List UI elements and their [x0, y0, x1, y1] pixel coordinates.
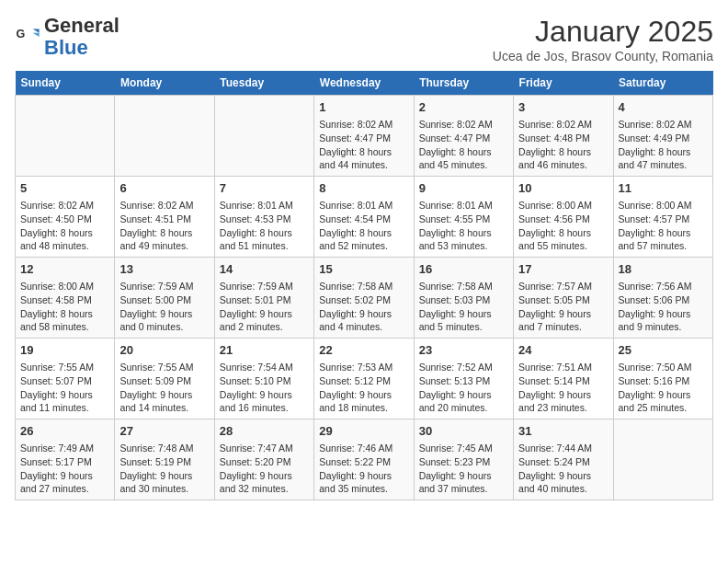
empty-cell: [613, 419, 712, 500]
day-info: Sunset: 5:12 PM: [319, 374, 408, 388]
day-number: 14: [220, 261, 309, 278]
day-info: Sunrise: 8:02 AM: [518, 118, 608, 132]
day-number: 1: [319, 99, 408, 116]
day-info: and 44 minutes.: [319, 158, 408, 172]
day-info: Sunrise: 7:58 AM: [319, 280, 408, 293]
day-info: Sunset: 4:55 PM: [419, 213, 508, 226]
day-number: 9: [419, 180, 508, 197]
day-cell-18: 18Sunrise: 7:56 AMSunset: 5:06 PMDayligh…: [613, 258, 712, 339]
day-number: 3: [518, 99, 608, 116]
day-number: 13: [119, 261, 209, 278]
day-cell-17: 17Sunrise: 7:57 AMSunset: 5:05 PMDayligh…: [514, 258, 613, 339]
day-info: Sunset: 5:17 PM: [20, 455, 109, 469]
day-info: Sunset: 4:48 PM: [518, 132, 608, 145]
day-number: 7: [220, 180, 309, 197]
day-cell-15: 15Sunrise: 7:58 AMSunset: 5:02 PMDayligh…: [314, 258, 414, 339]
day-info: and 23 minutes.: [518, 401, 608, 415]
day-info: Daylight: 9 hours: [119, 307, 209, 321]
day-cell-4: 4Sunrise: 8:02 AMSunset: 4:49 PMDaylight…: [613, 96, 712, 177]
empty-cell: [16, 96, 115, 177]
day-info: and 51 minutes.: [220, 239, 309, 253]
day-number: 4: [619, 99, 708, 116]
day-info: and 49 minutes.: [119, 239, 209, 253]
day-info: Daylight: 9 hours: [319, 469, 408, 483]
day-info: Daylight: 9 hours: [518, 469, 608, 483]
day-info: and 48 minutes.: [20, 239, 109, 253]
day-cell-22: 22Sunrise: 7:53 AMSunset: 5:12 PMDayligh…: [314, 339, 414, 419]
day-info: and 32 minutes.: [220, 482, 309, 496]
week-row-2: 5Sunrise: 8:02 AMSunset: 4:50 PMDaylight…: [16, 177, 713, 258]
day-number: 22: [319, 342, 408, 359]
day-info: Sunrise: 8:01 AM: [419, 199, 508, 213]
day-cell-24: 24Sunrise: 7:51 AMSunset: 5:14 PMDayligh…: [514, 339, 613, 419]
day-info: Daylight: 9 hours: [619, 307, 708, 321]
day-info: Daylight: 9 hours: [319, 307, 408, 321]
day-info: Sunset: 5:10 PM: [220, 374, 309, 388]
day-info: Daylight: 8 hours: [119, 226, 209, 240]
day-info: Sunrise: 7:49 AM: [20, 442, 109, 455]
day-info: Sunrise: 7:53 AM: [319, 361, 408, 374]
svg-marker-1: [33, 29, 40, 33]
day-info: Sunset: 4:53 PM: [220, 213, 309, 226]
svg-text:G: G: [16, 29, 25, 41]
month-title: January 2025: [493, 15, 713, 49]
day-info: and 40 minutes.: [518, 482, 608, 496]
day-info: and 20 minutes.: [419, 401, 508, 415]
day-info: and 58 minutes.: [20, 320, 109, 334]
day-info: and 2 minutes.: [220, 320, 309, 334]
day-info: and 45 minutes.: [419, 158, 508, 172]
day-info: Sunset: 5:03 PM: [419, 293, 508, 307]
svg-marker-2: [33, 33, 40, 37]
day-info: and 11 minutes.: [20, 401, 109, 415]
day-info: Daylight: 9 hours: [518, 388, 608, 402]
header-day-wednesday: Wednesday: [314, 71, 414, 96]
day-number: 16: [419, 261, 508, 278]
day-info: Sunset: 5:06 PM: [619, 293, 708, 307]
day-info: Daylight: 8 hours: [518, 226, 608, 240]
header-day-tuesday: Tuesday: [214, 71, 313, 96]
day-cell-11: 11Sunrise: 8:00 AMSunset: 4:57 PMDayligh…: [613, 177, 712, 258]
day-info: Sunrise: 7:56 AM: [619, 280, 708, 293]
day-cell-23: 23Sunrise: 7:52 AMSunset: 5:13 PMDayligh…: [414, 339, 513, 419]
day-number: 24: [518, 342, 608, 359]
day-cell-7: 7Sunrise: 8:01 AMSunset: 4:53 PMDaylight…: [214, 177, 313, 258]
day-number: 15: [319, 261, 408, 278]
day-info: and 7 minutes.: [518, 320, 608, 334]
day-info: Daylight: 9 hours: [220, 388, 309, 402]
title-block: January 2025 Ucea de Jos, Brasov County,…: [493, 15, 713, 63]
day-cell-26: 26Sunrise: 7:49 AMSunset: 5:17 PMDayligh…: [16, 419, 115, 500]
calendar-body: 1Sunrise: 8:02 AMSunset: 4:47 PMDaylight…: [16, 96, 713, 500]
day-info: and 55 minutes.: [518, 239, 608, 253]
day-cell-16: 16Sunrise: 7:58 AMSunset: 5:03 PMDayligh…: [414, 258, 513, 339]
day-info: and 53 minutes.: [419, 239, 508, 253]
day-info: Sunrise: 7:55 AM: [119, 361, 209, 374]
day-info: Daylight: 8 hours: [319, 145, 408, 159]
day-info: Sunrise: 7:48 AM: [119, 442, 209, 455]
day-info: Sunrise: 7:55 AM: [20, 361, 109, 374]
day-cell-31: 31Sunrise: 7:44 AMSunset: 5:24 PMDayligh…: [514, 419, 613, 500]
day-cell-10: 10Sunrise: 8:00 AMSunset: 4:56 PMDayligh…: [514, 177, 613, 258]
day-info: Sunset: 5:00 PM: [119, 293, 209, 307]
header-day-sunday: Sunday: [16, 71, 115, 96]
week-row-3: 12Sunrise: 8:00 AMSunset: 4:58 PMDayligh…: [16, 258, 713, 339]
week-row-1: 1Sunrise: 8:02 AMSunset: 4:47 PMDaylight…: [16, 96, 713, 177]
day-info: and 52 minutes.: [319, 239, 408, 253]
day-number: 27: [119, 423, 209, 440]
day-info: Sunrise: 7:59 AM: [220, 280, 309, 293]
header-day-monday: Monday: [115, 71, 214, 96]
day-info: Daylight: 8 hours: [20, 226, 109, 240]
day-info: Sunset: 4:49 PM: [619, 132, 708, 145]
day-cell-1: 1Sunrise: 8:02 AMSunset: 4:47 PMDaylight…: [314, 96, 414, 177]
day-info: and 5 minutes.: [419, 320, 508, 334]
day-info: Sunrise: 8:00 AM: [518, 199, 608, 213]
day-info: Sunset: 5:16 PM: [619, 374, 708, 388]
day-info: Daylight: 9 hours: [319, 388, 408, 402]
day-info: Daylight: 9 hours: [119, 469, 209, 483]
day-info: Sunset: 4:50 PM: [20, 213, 109, 226]
day-info: Sunrise: 8:02 AM: [319, 118, 408, 132]
day-info: Daylight: 9 hours: [220, 469, 309, 483]
day-info: Sunrise: 7:57 AM: [518, 280, 608, 293]
logo-text: General Blue: [44, 15, 119, 59]
day-info: and 37 minutes.: [419, 482, 508, 496]
day-info: Sunset: 4:57 PM: [619, 213, 708, 226]
